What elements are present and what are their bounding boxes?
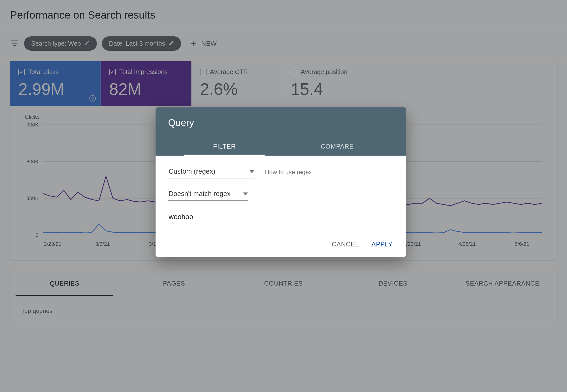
dialog-actions: CANCEL APPLY [156,232,406,257]
link-how-to-use-regex[interactable]: How to use regex [265,169,312,176]
select-match-type[interactable]: Doesn't match regex [168,188,248,201]
chevron-down-icon [243,192,248,195]
dialog-title: Query [168,117,394,128]
apply-button[interactable]: APPLY [368,238,397,251]
select-match-type-value: Doesn't match regex [169,190,231,198]
select-filter-type-value: Custom (regex) [169,168,215,175]
dialog-tab-filter[interactable]: FILTER [168,137,281,156]
dialog-header: Query FILTER COMPARE [156,107,406,156]
query-input[interactable] [168,210,394,224]
select-filter-type[interactable]: Custom (regex) [168,166,255,178]
query-dialog: Query FILTER COMPARE Custom (regex) How … [156,107,406,257]
dialog-body: Custom (regex) How to use regex Doesn't … [156,156,406,232]
chevron-down-icon [249,170,254,173]
dialog-tab-compare[interactable]: COMPARE [281,137,394,156]
cancel-button[interactable]: CANCEL [328,238,363,251]
